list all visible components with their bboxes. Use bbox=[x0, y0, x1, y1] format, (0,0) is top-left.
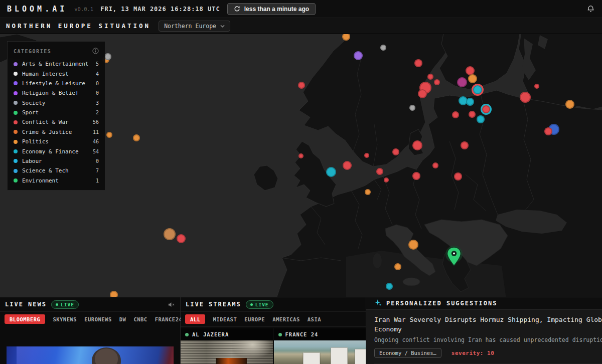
weather-card bbox=[331, 347, 348, 364]
event-marker-orange[interactable] bbox=[394, 263, 401, 270]
event-marker-teal[interactable] bbox=[472, 84, 484, 96]
event-marker-orange[interactable] bbox=[365, 189, 371, 195]
event-marker-purple[interactable] bbox=[354, 51, 363, 60]
filter-tab-mideast[interactable]: MIDEAST bbox=[213, 316, 237, 322]
live-news-badge: LIVE bbox=[51, 300, 79, 309]
event-marker-red[interactable] bbox=[481, 104, 492, 115]
event-marker-gray[interactable] bbox=[104, 53, 111, 60]
filter-tab-europe[interactable]: EUROPE bbox=[244, 316, 265, 322]
channel-tab-dw[interactable]: DW bbox=[119, 316, 126, 322]
event-marker-red[interactable] bbox=[461, 141, 469, 149]
category-label: Human Interest bbox=[22, 71, 91, 77]
event-marker-red[interactable] bbox=[392, 148, 399, 155]
category-legend-item[interactable]: Human Interest4 bbox=[8, 69, 105, 78]
stream-thumb-al-jazeera[interactable]: AL JAZEERA bbox=[181, 328, 273, 364]
live-streams-title: LIVE STREAMS bbox=[186, 301, 241, 308]
category-count: 4 bbox=[96, 71, 99, 77]
category-count: 0 bbox=[96, 158, 99, 164]
event-marker-red[interactable] bbox=[534, 84, 539, 89]
category-legend-item[interactable]: Economy & Finance54 bbox=[8, 146, 105, 156]
category-chip: Economy / Busines… bbox=[374, 348, 441, 358]
category-legend-item[interactable]: Society3 bbox=[8, 98, 105, 108]
category-legend-item[interactable]: Labour0 bbox=[8, 156, 105, 166]
event-marker-orange[interactable] bbox=[565, 100, 574, 109]
personalized-suggestions-panel: PERSONALIZED SUGGESTIONS Iran War Severe… bbox=[366, 297, 602, 364]
filter-tab-asia[interactable]: ASIA bbox=[308, 316, 321, 322]
event-marker-teal[interactable] bbox=[326, 167, 336, 177]
category-label: Arts & Entertainment bbox=[22, 61, 91, 67]
event-marker-red[interactable] bbox=[298, 153, 304, 158]
event-marker-teal[interactable] bbox=[386, 283, 393, 290]
event-marker-orange[interactable] bbox=[468, 74, 477, 83]
channel-tab-france24[interactable]: FRANCE24 bbox=[155, 316, 183, 322]
map-canvas[interactable]: CATEGORIES Arts & Entertainment5Human In… bbox=[0, 34, 602, 297]
event-marker-orange[interactable] bbox=[106, 132, 112, 138]
filter-tab-americas[interactable]: AMERICAS bbox=[272, 316, 300, 322]
news-video-player[interactable] bbox=[7, 346, 174, 364]
notifications-bell-icon[interactable] bbox=[586, 5, 595, 13]
event-marker-red[interactable] bbox=[384, 177, 389, 183]
category-count: 0 bbox=[96, 90, 99, 96]
channel-tab-skynews[interactable]: SKYNEWS bbox=[53, 316, 77, 322]
event-marker-orange[interactable] bbox=[133, 134, 140, 141]
category-color-dot bbox=[14, 101, 18, 105]
info-icon[interactable] bbox=[92, 47, 99, 56]
category-color-dot bbox=[14, 111, 18, 115]
categories-panel: CATEGORIES Arts & Entertainment5Human In… bbox=[7, 41, 105, 191]
category-legend-item[interactable]: Politics46 bbox=[8, 137, 105, 146]
event-marker-red[interactable] bbox=[427, 74, 433, 80]
category-count: 2 bbox=[96, 110, 99, 115]
channel-tab-cnbc[interactable]: CNBC bbox=[133, 316, 147, 322]
event-marker-red[interactable] bbox=[418, 89, 427, 98]
region-select-dropdown[interactable]: Northern Europe bbox=[159, 21, 230, 32]
stream-thumb-france24[interactable]: FRANCE 24 bbox=[274, 328, 366, 364]
event-marker-red[interactable] bbox=[452, 111, 459, 118]
event-marker-gray[interactable] bbox=[409, 105, 415, 111]
category-legend-item[interactable]: Crime & Justice11 bbox=[8, 127, 105, 137]
filter-tab-all[interactable]: ALL bbox=[185, 314, 205, 324]
event-marker-red[interactable] bbox=[177, 234, 186, 243]
category-label: Politics bbox=[22, 138, 88, 145]
category-color-dot bbox=[14, 149, 18, 153]
event-marker-gray[interactable] bbox=[380, 45, 386, 51]
category-legend-item[interactable]: Religion & Belief0 bbox=[8, 88, 105, 98]
category-count: 5 bbox=[96, 61, 99, 67]
event-marker-red[interactable] bbox=[432, 162, 438, 168]
event-marker-magenta[interactable] bbox=[457, 77, 467, 87]
category-legend-item[interactable]: Science & Tech7 bbox=[8, 166, 105, 175]
event-marker-red[interactable] bbox=[434, 79, 440, 85]
event-marker-red[interactable] bbox=[364, 153, 369, 158]
event-marker-red[interactable] bbox=[298, 82, 305, 89]
app-root: BLOOM.AI v0.0.1 FRI, 13 MAR 2026 16:28:1… bbox=[0, 0, 602, 364]
event-marker-orange[interactable] bbox=[110, 291, 118, 297]
event-marker-tan[interactable] bbox=[164, 228, 176, 240]
event-marker-red[interactable] bbox=[414, 59, 422, 67]
category-legend-item[interactable]: Environment1 bbox=[8, 176, 105, 186]
category-label: Society bbox=[22, 100, 91, 106]
event-marker-red[interactable] bbox=[376, 168, 383, 175]
stream-thumbnails: AL JAZEERA FRANCE 24 bbox=[181, 326, 366, 364]
mute-speaker-icon[interactable] bbox=[168, 301, 175, 308]
category-legend-item[interactable]: Arts & Entertainment5 bbox=[8, 59, 105, 69]
stream-name: FRANCE 24 bbox=[285, 331, 319, 337]
event-marker-red[interactable] bbox=[544, 127, 552, 135]
event-marker-red[interactable] bbox=[469, 111, 476, 118]
category-legend-item[interactable]: Conflict & War56 bbox=[8, 117, 105, 127]
event-marker-orange[interactable] bbox=[408, 240, 418, 250]
channel-tab-bloomberg[interactable]: BLOOMBERG bbox=[5, 314, 45, 324]
category-count: 54 bbox=[93, 149, 99, 154]
event-marker-red[interactable] bbox=[343, 161, 352, 170]
suggestion-item[interactable]: Iran War Severely Disrupts Hormuz Shippi… bbox=[366, 310, 602, 364]
event-marker-red[interactable] bbox=[412, 140, 422, 150]
category-legend-item[interactable]: Sport2 bbox=[8, 108, 105, 117]
event-marker-teal[interactable] bbox=[477, 115, 485, 123]
refresh-button[interactable]: less than a minute ago bbox=[227, 3, 316, 15]
channel-tab-euronews[interactable]: EURONEWS bbox=[84, 316, 112, 322]
event-marker-teal[interactable] bbox=[466, 98, 474, 106]
category-label: Conflict & War bbox=[22, 119, 88, 125]
event-marker-red[interactable] bbox=[412, 172, 420, 180]
map-pin[interactable] bbox=[443, 245, 465, 272]
event-marker-red[interactable] bbox=[520, 92, 531, 103]
event-marker-red[interactable] bbox=[454, 172, 462, 180]
category-legend-item[interactable]: Lifestyle & Leisure0 bbox=[8, 79, 105, 88]
